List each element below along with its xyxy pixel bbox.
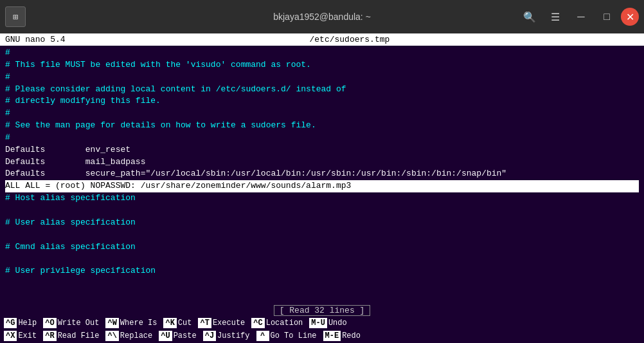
key-ctrl-k: ^K: [163, 318, 176, 328]
shortcuts-row-1: ^G Help ^O Write Out ^W Where Is ^K Cut …: [3, 317, 641, 330]
key-ctrl-x: ^X: [4, 331, 17, 341]
shortcut-justify: ^J Justify: [203, 331, 254, 341]
label-help: Help: [18, 319, 37, 328]
key-ctrl-j: ^J: [203, 331, 216, 341]
shortcut-cut: ^K Cut: [163, 318, 195, 328]
close-button[interactable]: ✕: [621, 8, 639, 26]
shortcut-exit: ^X Exit: [4, 331, 40, 341]
editor-line: # directly modifying this file.: [5, 95, 639, 107]
editor-line: #: [5, 107, 639, 120]
nano-filename: /etc/sudoers.tmp: [309, 35, 389, 44]
nano-header-right: [634, 35, 639, 44]
nano-header: GNU nano 5.4 /etc/sudoers.tmp: [0, 33, 644, 46]
key-m-e: M-E: [323, 331, 341, 341]
titlebar-controls: 🔍 ☰ ─ □ ✕: [518, 5, 639, 28]
nano-version: GNU nano 5.4: [5, 35, 66, 44]
shortcut-read-file: ^R Read File: [43, 331, 103, 341]
editor-line: Defaults env_reset: [5, 144, 639, 156]
editor-line: # See the man page for details on how to…: [5, 120, 639, 132]
editor-line: # User alias specification: [5, 217, 639, 229]
label-paste: Paste: [174, 331, 197, 340]
editor-line: # User privilege specification: [5, 265, 639, 277]
label-read-file: Read File: [58, 331, 100, 340]
editor-line: Defaults secure_path="/usr/local/sbin:/u…: [5, 168, 639, 180]
menu-button[interactable]: ☰: [544, 5, 567, 28]
editor-line: #: [5, 47, 639, 59]
label-redo: Redo: [342, 331, 361, 340]
label-replace: Replace: [120, 331, 152, 340]
editor-line: Defaults mail_badpass: [5, 156, 639, 169]
editor-line: #: [5, 71, 639, 84]
shortcut-paste: ^U Paste: [159, 331, 200, 341]
shortcuts-row-2: ^X Exit ^R Read File ^\ Replace ^U Paste…: [3, 330, 641, 343]
shortcut-redo: M-E Redo: [323, 331, 364, 341]
label-where-is: Where Is: [120, 319, 157, 328]
editor-line: # This file MUST be edited with the 'vis…: [5, 59, 639, 71]
label-undo: Undo: [328, 319, 347, 328]
shortcut-go-to-line: ^ Go To Line: [256, 331, 321, 341]
editor-line: # Cmnd alias specification: [5, 241, 639, 254]
maximize-button[interactable]: □: [595, 5, 618, 28]
shortcut-location: ^C Location: [251, 318, 307, 328]
shortcut-help: ^G Help: [4, 318, 40, 328]
nano-shortcuts: ^G Help ^O Write Out ^W Where Is ^K Cut …: [0, 317, 644, 343]
key-ctrl-backslash: ^\: [105, 331, 118, 341]
key-m-u: M-U: [309, 318, 327, 328]
terminal-icon: ⊞: [5, 6, 26, 27]
key-ctrl-g: ^G: [4, 318, 17, 328]
titlebar-left: ⊞: [5, 6, 26, 27]
editor-content[interactable]: # # This file MUST be edited with the 'v…: [0, 46, 644, 304]
shortcut-execute: ^T Execute: [198, 318, 249, 328]
editor-line-selected: ALL ALL = (root) NOPASSWD: /usr/share/zo…: [5, 180, 639, 192]
editor-line: # Please consider adding local content i…: [5, 84, 639, 96]
nano-status-bar: [ Read 32 lines ]: [0, 304, 644, 317]
search-button[interactable]: 🔍: [518, 5, 541, 28]
key-ctrl-o: ^O: [43, 318, 56, 328]
label-write-out: Write Out: [58, 319, 100, 328]
shortcut-where-is: ^W Where Is: [105, 318, 161, 328]
key-ctrl-w: ^W: [105, 318, 118, 328]
key-ctrl-t: ^T: [198, 318, 211, 328]
terminal: GNU nano 5.4 /etc/sudoers.tmp # # This f…: [0, 33, 644, 343]
titlebar: ⊞ bkjaya1952@bandula: ~ 🔍 ☰ ─ □ ✕: [0, 0, 644, 33]
editor-line: # Host alias specification: [5, 192, 639, 205]
shortcut-write-out: ^O Write Out: [43, 318, 103, 328]
key-ctrl-u: ^U: [159, 331, 172, 341]
label-execute: Execute: [213, 319, 245, 328]
key-caret: ^: [256, 331, 269, 341]
shortcut-replace: ^\ Replace: [105, 331, 156, 341]
editor-line: [5, 205, 639, 217]
label-location: Location: [266, 319, 303, 328]
editor-line: [5, 253, 639, 265]
label-cut: Cut: [178, 319, 192, 328]
shortcut-undo: M-U Undo: [309, 318, 350, 328]
editor-line: [5, 229, 639, 241]
label-go-to-line: Go To Line: [271, 331, 317, 340]
status-message: [ Read 32 lines ]: [274, 305, 371, 316]
label-exit: Exit: [18, 331, 37, 340]
key-ctrl-c: ^C: [251, 318, 264, 328]
editor-line: #: [5, 132, 639, 144]
label-justify: Justify: [217, 331, 249, 340]
minimize-button[interactable]: ─: [569, 5, 593, 28]
key-ctrl-r: ^R: [43, 331, 56, 341]
window-title: bkjaya1952@bandula: ~: [273, 12, 371, 22]
